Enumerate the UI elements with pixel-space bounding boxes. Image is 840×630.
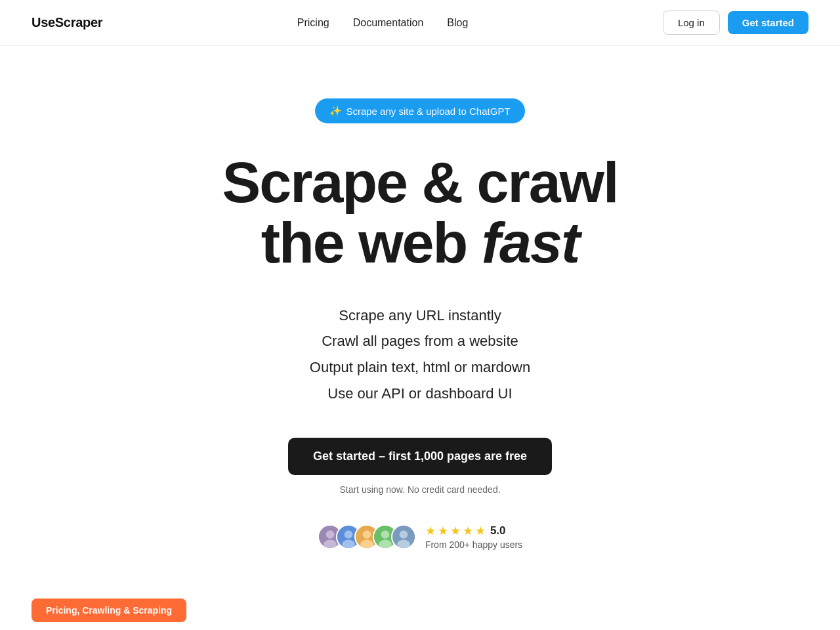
hero-badge: ✨ Scrape any site & upload to ChatGPT [315, 98, 524, 123]
star-4: ★ [463, 524, 473, 538]
hero-features: Scrape any URL instantly Crawl all pages… [310, 303, 530, 406]
svg-point-1 [326, 530, 335, 539]
cta-subtext: Start using now. No credit card needed. [339, 484, 500, 495]
badge-emoji: ✨ [329, 105, 342, 117]
svg-point-2 [324, 540, 337, 549]
login-button[interactable]: Log in [663, 10, 720, 35]
rating-review-text: From 200+ happy users [425, 539, 522, 550]
bottom-section-pill: Pricing, Crawling & Scraping [32, 598, 186, 622]
star-rating: ★ ★ ★ ★ ★ 5.0 [425, 524, 522, 538]
nav-links: Pricing Documentation Blog [297, 17, 469, 29]
get-started-nav-button[interactable]: Get started [728, 11, 808, 34]
svg-point-13 [400, 530, 408, 539]
hero-cta-button[interactable]: Get started – first 1,000 pages are free [288, 438, 552, 475]
nav-actions: Log in Get started [663, 10, 808, 35]
feature-4: Use our API or dashboard UI [310, 381, 530, 407]
nav-link-pricing[interactable]: Pricing [297, 17, 329, 29]
brand-logo[interactable]: UseScraper [32, 15, 102, 30]
bottom-hint: Pricing, Crawling & Scraping [0, 591, 840, 630]
svg-point-5 [342, 540, 355, 549]
navbar: UseScraper Pricing Documentation Blog Lo… [0, 0, 840, 46]
star-2: ★ [438, 524, 448, 538]
rating-info: ★ ★ ★ ★ ★ 5.0 From 200+ happy users [425, 524, 522, 550]
nav-link-documentation[interactable]: Documentation [353, 17, 424, 29]
svg-point-4 [345, 530, 353, 539]
svg-point-11 [379, 540, 392, 549]
star-5: ★ [475, 524, 486, 538]
hero-title: Scrape & crawl the web fast [222, 152, 618, 274]
star-1: ★ [425, 524, 436, 538]
hero-title-line1: Scrape & crawl [222, 150, 618, 215]
svg-point-7 [363, 530, 371, 539]
svg-point-8 [360, 540, 373, 549]
social-proof: ★ ★ ★ ★ ★ 5.0 From 200+ happy users [318, 524, 522, 550]
rating-score: 5.0 [490, 524, 506, 537]
svg-point-14 [397, 540, 410, 549]
badge-text: Scrape any site & upload to ChatGPT [346, 106, 510, 117]
feature-3: Output plain text, html or mardown [310, 354, 530, 381]
avatar-group [318, 524, 416, 549]
feature-1: Scrape any URL instantly [310, 303, 530, 329]
hero-title-italic: fast [482, 210, 579, 275]
svg-point-10 [381, 530, 390, 539]
feature-2: Crawl all pages from a website [310, 328, 530, 354]
hero-section: ✨ Scrape any site & upload to ChatGPT Sc… [0, 46, 840, 589]
avatar [391, 524, 416, 549]
nav-link-blog[interactable]: Blog [447, 17, 468, 29]
hero-title-line2: the web [261, 210, 482, 275]
star-3: ★ [450, 524, 461, 538]
page-wrapper: UseScraper Pricing Documentation Blog Lo… [0, 0, 840, 630]
